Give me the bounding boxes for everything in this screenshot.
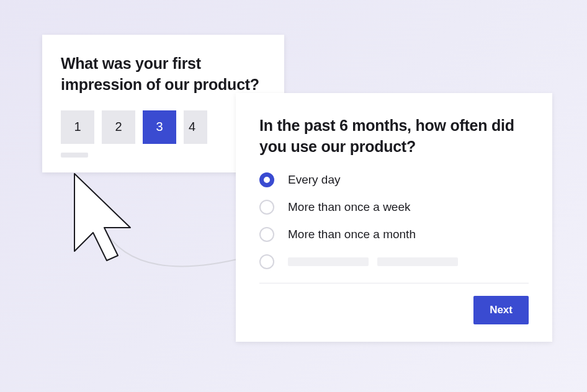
radio-circle-icon xyxy=(259,227,274,242)
rating-tile-2[interactable]: 2 xyxy=(102,110,135,144)
divider xyxy=(259,283,529,283)
placeholder-bar xyxy=(61,153,88,158)
radio-label: Every day xyxy=(288,173,340,187)
radio-option-list: Every day More than once a week More tha… xyxy=(259,172,529,269)
rating-tiles-row: 1 2 3 4 xyxy=(61,110,266,144)
rating-tile-1[interactable]: 1 xyxy=(61,110,94,144)
radio-option-placeholder[interactable] xyxy=(259,254,529,269)
next-button[interactable]: Next xyxy=(473,296,529,324)
rating-tile-4[interactable]: 4 xyxy=(184,110,207,144)
radio-card: In the past 6 months, how often did you … xyxy=(236,93,552,342)
radio-option-more-than-month[interactable]: More than once a month xyxy=(259,227,529,242)
rating-tile-3[interactable]: 3 xyxy=(143,110,176,144)
radio-option-every-day[interactable]: Every day xyxy=(259,172,529,187)
radio-option-more-than-week[interactable]: More than once a week xyxy=(259,200,529,215)
rating-question: What was your first impression of our pr… xyxy=(61,53,266,96)
placeholder-block xyxy=(377,257,458,266)
radio-circle-icon xyxy=(259,254,274,269)
cursor-icon xyxy=(62,167,143,273)
radio-label: More than once a week xyxy=(288,200,411,214)
radio-circle-icon xyxy=(259,172,274,187)
radio-label: More than once a month xyxy=(288,228,416,241)
placeholder-block xyxy=(288,257,369,266)
placeholder-label xyxy=(288,257,458,266)
card-footer: Next xyxy=(259,296,529,324)
radio-question: In the past 6 months, how often did you … xyxy=(259,115,529,158)
radio-circle-icon xyxy=(259,200,274,215)
